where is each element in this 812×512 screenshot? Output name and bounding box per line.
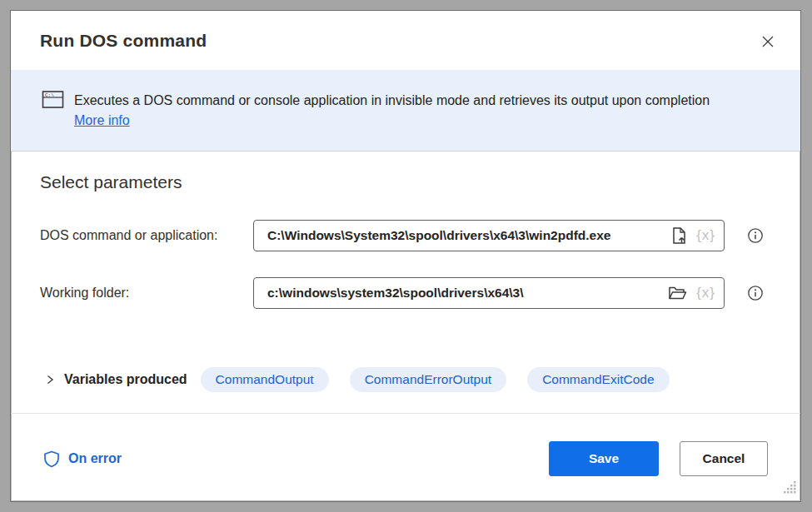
on-error-button[interactable]: On error (42, 441, 122, 476)
variables-produced-label[interactable]: Variables produced (64, 372, 187, 387)
folder-select-icon[interactable] (668, 285, 688, 301)
resize-grip[interactable] (783, 480, 796, 497)
run-dos-command-dialog: Run DOS command C:\ Executes a DOS comma… (10, 10, 801, 502)
variable-picker-icon[interactable]: {x} (696, 285, 715, 301)
dialog-title: Run DOS command (40, 31, 207, 51)
action-description: Executes a DOS command or console applic… (74, 91, 732, 131)
variable-chip-commandoutput[interactable]: CommandOutput (201, 367, 329, 392)
dos-command-input-wrap: {x} (253, 220, 725, 251)
variable-picker-icon[interactable]: {x} (696, 227, 715, 244)
param-row-working-folder: Working folder: {x} (40, 277, 764, 309)
file-select-icon[interactable] (670, 226, 688, 245)
dialog-footer: On error Save Cancel (11, 441, 800, 476)
variables-produced-row: Variables produced CommandOutput Command… (44, 367, 670, 392)
dos-command-label: DOS command or application: (40, 228, 253, 243)
footer-divider (11, 413, 800, 414)
dos-command-input[interactable] (254, 221, 670, 251)
action-description-banner: C:\ Executes a DOS command or console ap… (11, 70, 800, 152)
info-icon[interactable] (747, 227, 764, 244)
variables-chips: CommandOutput CommandErrorOutput Command… (201, 367, 670, 392)
info-icon[interactable] (747, 285, 764, 301)
working-folder-input[interactable] (254, 278, 668, 308)
shield-icon (42, 450, 61, 469)
save-button[interactable]: Save (549, 441, 659, 476)
variable-chip-commandexitcode[interactable]: CommandExitCode (527, 367, 669, 392)
working-folder-input-wrap: {x} (253, 277, 725, 309)
more-info-link[interactable]: More info (74, 113, 130, 127)
on-error-label: On error (68, 451, 122, 466)
close-icon[interactable] (759, 32, 777, 51)
working-folder-label: Working folder: (40, 286, 253, 301)
dialog-titlebar: Run DOS command (11, 11, 800, 70)
svg-text:C:\: C:\ (45, 92, 54, 98)
cancel-button[interactable]: Cancel (680, 441, 768, 476)
description-text: Executes a DOS command or console applic… (74, 93, 710, 107)
param-row-dos-command: DOS command or application: {x} (40, 220, 764, 251)
variable-chip-commanderroroutput[interactable]: CommandErrorOutput (350, 367, 506, 392)
select-parameters-heading: Select parameters (40, 172, 182, 192)
dos-console-icon: C:\ (42, 90, 64, 112)
chevron-right-icon[interactable] (44, 374, 56, 385)
